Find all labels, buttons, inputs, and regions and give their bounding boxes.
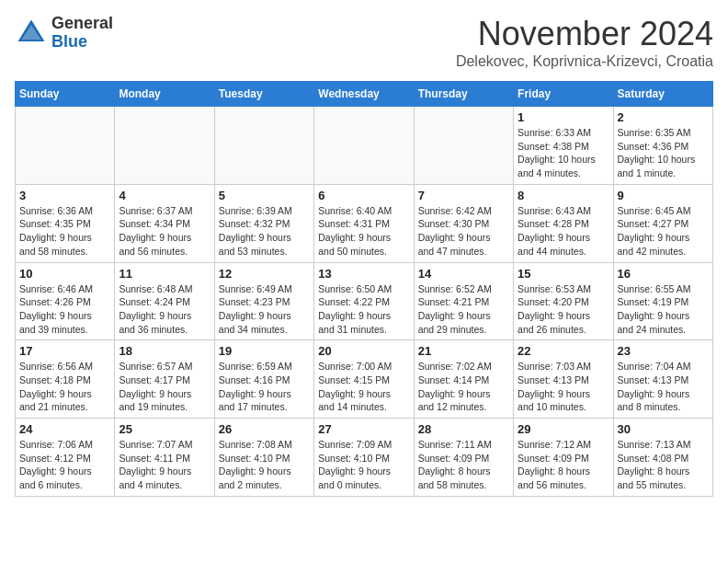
- day-number: 6: [318, 189, 409, 202]
- location-subtitle: Delekovec, Koprivnica-Krizevci, Croatia: [456, 53, 713, 70]
- day-info: Sunrise: 7:00 AM Sunset: 4:15 PM Dayligh…: [318, 360, 409, 414]
- day-number: 10: [19, 267, 110, 281]
- day-info: Sunrise: 6:33 AM Sunset: 4:38 PM Dayligh…: [518, 126, 609, 180]
- calendar-cell: 9Sunrise: 6:45 AM Sunset: 4:27 PM Daylig…: [613, 184, 712, 262]
- day-number: 26: [219, 422, 310, 436]
- weekday-header-monday: Monday: [115, 82, 214, 107]
- day-number: 20: [318, 344, 409, 358]
- calendar-cell: 23Sunrise: 7:04 AM Sunset: 4:13 PM Dayli…: [613, 340, 712, 419]
- calendar-cell: 21Sunrise: 7:02 AM Sunset: 4:14 PM Dayli…: [414, 340, 513, 419]
- day-number: 16: [618, 267, 709, 281]
- week-row-4: 24Sunrise: 7:06 AM Sunset: 4:12 PM Dayli…: [16, 419, 713, 497]
- weekday-header-tuesday: Tuesday: [214, 82, 313, 107]
- day-number: 28: [418, 422, 509, 436]
- day-number: 12: [219, 267, 310, 281]
- day-number: 7: [418, 189, 509, 202]
- day-number: 30: [618, 422, 709, 436]
- day-number: 27: [318, 422, 409, 436]
- day-info: Sunrise: 6:42 AM Sunset: 4:30 PM Dayligh…: [418, 204, 509, 259]
- day-info: Sunrise: 7:04 AM Sunset: 4:13 PM Dayligh…: [618, 360, 709, 414]
- calendar-cell: 19Sunrise: 6:59 AM Sunset: 4:16 PM Dayli…: [214, 340, 313, 419]
- day-info: Sunrise: 7:12 AM Sunset: 4:09 PM Dayligh…: [518, 438, 609, 492]
- day-info: Sunrise: 6:55 AM Sunset: 4:19 PM Dayligh…: [618, 282, 709, 337]
- day-number: 25: [119, 422, 210, 436]
- week-row-3: 17Sunrise: 6:56 AM Sunset: 4:18 PM Dayli…: [16, 340, 713, 419]
- calendar-cell: 18Sunrise: 6:57 AM Sunset: 4:17 PM Dayli…: [115, 340, 214, 419]
- calendar-cell: [414, 107, 513, 185]
- logo-text: General Blue: [51, 15, 113, 52]
- day-number: 5: [219, 189, 310, 202]
- weekday-header-saturday: Saturday: [613, 82, 712, 107]
- day-number: 3: [19, 189, 110, 202]
- week-row-0: 1Sunrise: 6:33 AM Sunset: 4:38 PM Daylig…: [16, 107, 713, 185]
- calendar-cell: 10Sunrise: 6:46 AM Sunset: 4:26 PM Dayli…: [16, 262, 115, 340]
- day-number: 4: [119, 189, 210, 202]
- weekday-header-friday: Friday: [514, 82, 613, 107]
- calendar-cell: 11Sunrise: 6:48 AM Sunset: 4:24 PM Dayli…: [115, 262, 214, 340]
- calendar-cell: 26Sunrise: 7:08 AM Sunset: 4:10 PM Dayli…: [214, 419, 313, 497]
- calendar-cell: [214, 107, 313, 185]
- week-row-1: 3Sunrise: 6:36 AM Sunset: 4:35 PM Daylig…: [16, 184, 713, 262]
- calendar-cell: 8Sunrise: 6:43 AM Sunset: 4:28 PM Daylig…: [514, 184, 613, 262]
- logo: General Blue: [15, 15, 113, 52]
- calendar-cell: 1Sunrise: 6:33 AM Sunset: 4:38 PM Daylig…: [514, 107, 613, 185]
- day-number: 14: [418, 267, 509, 281]
- day-number: 9: [618, 189, 709, 202]
- day-info: Sunrise: 6:52 AM Sunset: 4:21 PM Dayligh…: [418, 282, 509, 337]
- title-section: November 2024 Delekovec, Koprivnica-Kriz…: [456, 15, 713, 70]
- calendar-cell: [314, 107, 414, 185]
- day-info: Sunrise: 7:02 AM Sunset: 4:14 PM Dayligh…: [418, 360, 509, 414]
- day-info: Sunrise: 7:09 AM Sunset: 4:10 PM Dayligh…: [318, 438, 409, 492]
- day-number: 8: [518, 189, 609, 202]
- weekday-header-sunday: Sunday: [16, 82, 115, 107]
- header: General Blue November 2024 Delekovec, Ko…: [15, 15, 713, 70]
- day-number: 18: [119, 344, 210, 358]
- calendar-cell: [115, 107, 214, 185]
- calendar-cell: 14Sunrise: 6:52 AM Sunset: 4:21 PM Dayli…: [414, 262, 513, 340]
- logo-general-text: General: [51, 15, 113, 33]
- calendar-cell: 13Sunrise: 6:50 AM Sunset: 4:22 PM Dayli…: [314, 262, 414, 340]
- calendar-cell: [16, 107, 115, 185]
- day-info: Sunrise: 6:35 AM Sunset: 4:36 PM Dayligh…: [618, 126, 709, 180]
- day-info: Sunrise: 6:50 AM Sunset: 4:22 PM Dayligh…: [318, 282, 409, 337]
- day-info: Sunrise: 6:40 AM Sunset: 4:31 PM Dayligh…: [318, 204, 409, 259]
- logo-icon: [15, 17, 48, 50]
- day-number: 21: [418, 344, 509, 358]
- day-number: 11: [119, 267, 210, 281]
- day-number: 24: [19, 422, 110, 436]
- month-title: November 2024: [456, 15, 713, 53]
- calendar-cell: 17Sunrise: 6:56 AM Sunset: 4:18 PM Dayli…: [16, 340, 115, 419]
- day-info: Sunrise: 6:57 AM Sunset: 4:17 PM Dayligh…: [119, 360, 210, 414]
- day-info: Sunrise: 6:46 AM Sunset: 4:26 PM Dayligh…: [19, 282, 110, 337]
- calendar-cell: 5Sunrise: 6:39 AM Sunset: 4:32 PM Daylig…: [214, 184, 313, 262]
- calendar-cell: 24Sunrise: 7:06 AM Sunset: 4:12 PM Dayli…: [16, 419, 115, 497]
- weekday-header-row: SundayMondayTuesdayWednesdayThursdayFrid…: [16, 82, 713, 107]
- day-info: Sunrise: 7:07 AM Sunset: 4:11 PM Dayligh…: [119, 438, 210, 492]
- day-info: Sunrise: 7:06 AM Sunset: 4:12 PM Dayligh…: [19, 438, 110, 492]
- calendar-cell: 28Sunrise: 7:11 AM Sunset: 4:09 PM Dayli…: [414, 419, 513, 497]
- day-number: 22: [518, 344, 609, 358]
- day-info: Sunrise: 6:37 AM Sunset: 4:34 PM Dayligh…: [119, 204, 210, 259]
- day-number: 23: [618, 344, 709, 358]
- day-number: 1: [518, 110, 609, 124]
- day-info: Sunrise: 6:59 AM Sunset: 4:16 PM Dayligh…: [219, 360, 310, 414]
- week-row-2: 10Sunrise: 6:46 AM Sunset: 4:26 PM Dayli…: [16, 262, 713, 340]
- calendar-cell: 25Sunrise: 7:07 AM Sunset: 4:11 PM Dayli…: [115, 419, 214, 497]
- calendar-cell: 2Sunrise: 6:35 AM Sunset: 4:36 PM Daylig…: [613, 107, 712, 185]
- day-info: Sunrise: 7:03 AM Sunset: 4:13 PM Dayligh…: [518, 360, 609, 414]
- day-number: 19: [219, 344, 310, 358]
- calendar-cell: 12Sunrise: 6:49 AM Sunset: 4:23 PM Dayli…: [214, 262, 313, 340]
- calendar-cell: 15Sunrise: 6:53 AM Sunset: 4:20 PM Dayli…: [514, 262, 613, 340]
- day-number: 15: [518, 267, 609, 281]
- day-info: Sunrise: 7:13 AM Sunset: 4:08 PM Dayligh…: [618, 438, 709, 492]
- day-number: 2: [618, 110, 709, 124]
- logo-blue-text: Blue: [51, 33, 113, 52]
- calendar-cell: 4Sunrise: 6:37 AM Sunset: 4:34 PM Daylig…: [115, 184, 214, 262]
- day-number: 17: [19, 344, 110, 358]
- calendar-cell: 6Sunrise: 6:40 AM Sunset: 4:31 PM Daylig…: [314, 184, 414, 262]
- calendar-cell: 7Sunrise: 6:42 AM Sunset: 4:30 PM Daylig…: [414, 184, 513, 262]
- calendar-cell: 22Sunrise: 7:03 AM Sunset: 4:13 PM Dayli…: [514, 340, 613, 419]
- calendar-cell: 29Sunrise: 7:12 AM Sunset: 4:09 PM Dayli…: [514, 419, 613, 497]
- day-info: Sunrise: 6:43 AM Sunset: 4:28 PM Dayligh…: [518, 204, 609, 259]
- day-info: Sunrise: 6:48 AM Sunset: 4:24 PM Dayligh…: [119, 282, 210, 337]
